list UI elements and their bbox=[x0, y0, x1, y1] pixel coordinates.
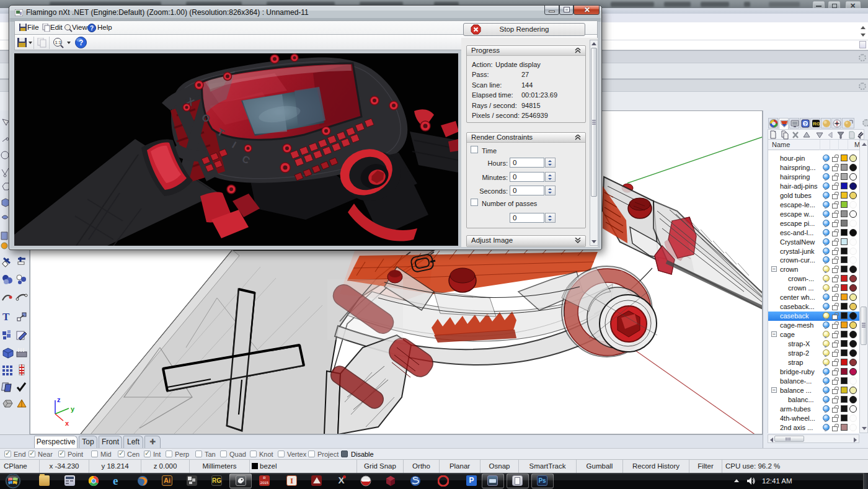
svg-text:x: x bbox=[65, 419, 69, 427]
svg-text:y: y bbox=[71, 405, 75, 413]
svg-text:?: ? bbox=[90, 25, 94, 32]
svg-text:RG: RG bbox=[813, 121, 820, 127]
svg-text:?: ? bbox=[79, 38, 83, 47]
svg-text:?: ? bbox=[804, 121, 807, 127]
svg-text:z: z bbox=[57, 396, 61, 403]
svg-text:1:1: 1:1 bbox=[55, 40, 61, 45]
svg-text:T: T bbox=[2, 311, 10, 323]
